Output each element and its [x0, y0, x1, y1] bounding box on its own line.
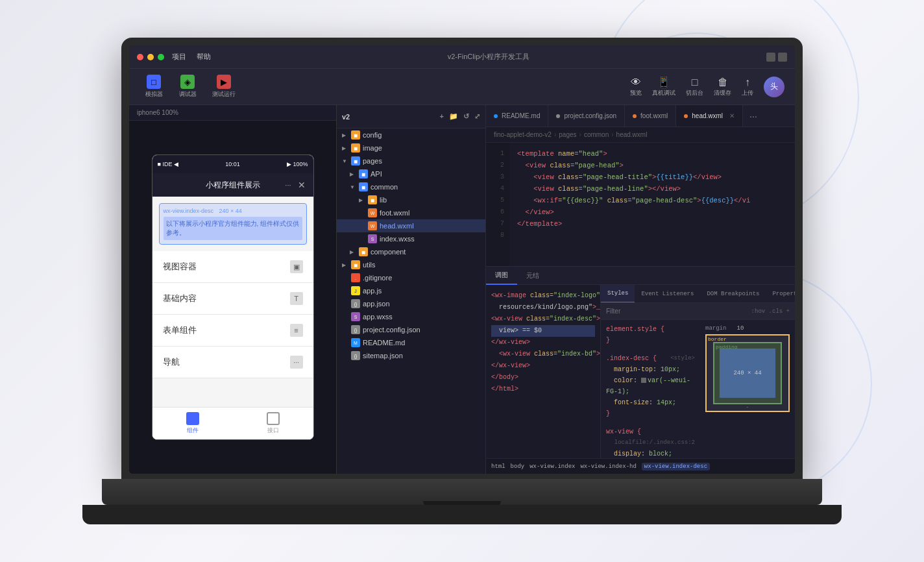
devtools-bc-wx-view-desc[interactable]: wx-view.index-desc	[642, 463, 710, 470]
simulator-screen: ■ IDE ◀ 10:01 ▶ 100% 小程序组件展示 ··· ✕	[129, 121, 336, 474]
devtools-tab-调试[interactable]: 调图	[486, 267, 517, 285]
tab-label: README.md	[502, 112, 540, 119]
list-item-icon: ···	[290, 356, 303, 369]
user-avatar[interactable]: 头	[764, 77, 784, 97]
collapse-icon[interactable]: ⤢	[474, 112, 480, 121]
minimize-button[interactable]	[147, 54, 154, 60]
test-button[interactable]: ▶ 测试运行	[207, 72, 241, 101]
devtools-bc-wx-view-index[interactable]: wx-view.index	[529, 463, 575, 470]
tree-arrow: ▶	[350, 249, 358, 255]
tab-readme[interactable]: README.md	[486, 105, 548, 127]
breadcrumb-item[interactable]: common	[584, 131, 609, 138]
upload-action[interactable]: ↑ 上传	[742, 77, 753, 97]
tree-label: API	[371, 170, 485, 178]
tree-item-utils[interactable]: ▶ ■ utils	[337, 258, 485, 271]
styles-tab-dom-breakpoints[interactable]: DOM Breakpoints	[700, 285, 766, 303]
list-item-basic-content[interactable]: 基础内容 T	[152, 283, 313, 315]
tree-item-config[interactable]: ▶ ■ config	[337, 128, 485, 141]
margin-label: border	[708, 336, 727, 342]
tab-more-button[interactable]: ···	[743, 111, 764, 121]
devtools-tab-bar: 调图 元结	[486, 267, 795, 285]
breadcrumb-item[interactable]: pages	[559, 131, 576, 138]
styles-filter-input[interactable]	[606, 308, 751, 315]
styles-tab-styles[interactable]: Styles	[601, 285, 635, 303]
maximize-button[interactable]	[158, 54, 164, 60]
menu-project[interactable]: 项目	[172, 52, 186, 62]
tree-item-app-js[interactable]: J app.js	[337, 284, 485, 297]
html-node: </body>	[491, 372, 595, 384]
list-item-nav[interactable]: 导航 ···	[152, 347, 313, 378]
real-device-action[interactable]: 📱 真机调试	[652, 76, 675, 97]
breadcrumb-item[interactable]: fino-applet-demo-v2	[494, 131, 552, 138]
phone-nav-api[interactable]: 接口	[267, 412, 280, 435]
wxml-file-icon: W	[368, 208, 377, 217]
breadcrumb-sep: ›	[554, 131, 556, 138]
tree-item-sitemap[interactable]: {} sitemap.json	[337, 349, 485, 362]
list-item-label: 表单组件	[163, 324, 197, 336]
tree-item-head-wxml[interactable]: W head.wxml	[337, 219, 485, 232]
tree-item-project-config[interactable]: {} project.config.json	[337, 323, 485, 336]
tree-item-gitignore[interactable]: . .gitignore	[337, 271, 485, 284]
styles-tab-event-listeners[interactable]: Event Listeners	[635, 285, 700, 303]
preview-action[interactable]: 👁 预览	[630, 77, 642, 97]
maximize-icon-btn[interactable]	[778, 53, 787, 62]
tab-project-config[interactable]: project.config.json	[548, 105, 625, 127]
clear-cache-action[interactable]: 🗑 清缓存	[714, 77, 731, 97]
devtools-bc-body[interactable]: body	[511, 463, 525, 470]
tree-item-image[interactable]: ▶ ■ image	[337, 141, 485, 154]
devtools-panel: 调图 元结 <wx-image class="index-logo" src=	[486, 266, 795, 474]
list-item-form[interactable]: 表单组件 ≡	[152, 315, 313, 347]
tree-item-api[interactable]: ▶ ■ API	[337, 167, 485, 180]
tab-close-icon[interactable]: ✕	[729, 112, 735, 119]
style-rule: .index-desc { <style> margin-top: 10px; …	[606, 353, 695, 419]
tab-foot-wxml[interactable]: foot.wxml	[625, 105, 676, 127]
tree-arrow: ▶	[342, 145, 350, 151]
new-file-icon[interactable]: +	[440, 112, 444, 121]
tree-item-lib[interactable]: ▶ ■ lib	[337, 193, 485, 206]
code-editor[interactable]: 12345678 <template name="head"> <view	[486, 143, 795, 474]
clear-cache-label: 清缓存	[714, 89, 731, 97]
devtools-bc-html[interactable]: html	[491, 463, 505, 470]
styles-tab-properties[interactable]: Properties	[766, 285, 795, 303]
tree-item-index-wxss[interactable]: S index.wxss	[337, 232, 485, 245]
tree-item-foot-wxml[interactable]: W foot.wxml	[337, 206, 485, 219]
tree-item-readme[interactable]: M README.md	[337, 336, 485, 349]
close-button[interactable]	[137, 54, 143, 60]
json-file-icon: {}	[351, 325, 360, 334]
menu-bar: 项目 帮助	[172, 52, 211, 62]
phone-close-icon[interactable]: ✕	[298, 180, 306, 190]
tree-item-component[interactable]: ▶ ■ component	[337, 245, 485, 258]
file-tree-root: v2	[342, 113, 350, 121]
breadcrumb-sep: ›	[611, 131, 613, 138]
tree-label: pages	[363, 157, 485, 165]
editor-panel: README.md project.config.json foot.wxml	[486, 105, 795, 474]
tree-item-common[interactable]: ▼ ■ common	[337, 180, 485, 193]
list-item-view-container[interactable]: 视图容器 ▣	[152, 251, 313, 283]
tree-item-app-json[interactable]: {} app.json	[337, 297, 485, 310]
main-toolbar: □ 模拟器 ◈ 调试器 ▶ 测试运行	[129, 69, 795, 105]
cut-action[interactable]: □ 切后台	[686, 77, 703, 97]
refresh-icon[interactable]: ↺	[463, 112, 469, 121]
tree-label: sitemap.json	[363, 352, 485, 360]
phone-expand-icon[interactable]: ···	[285, 181, 291, 189]
phone-status-bar: ■ IDE ◀ 10:01 ▶ 100%	[152, 155, 313, 173]
phone-content: wx-view.index-desc 240 × 44 以下将展示小程序官方组件…	[152, 197, 313, 407]
minimize-icon-btn[interactable]	[766, 53, 775, 62]
phone-nav-component[interactable]: 组件	[186, 412, 199, 435]
tree-item-app-wxss[interactable]: S app.wxss	[337, 310, 485, 323]
simulate-button[interactable]: □ 模拟器	[140, 72, 168, 101]
devtools-bc-wx-view-hd[interactable]: wx-view.index-hd	[580, 463, 636, 470]
code-line: <template name="head">	[517, 148, 787, 160]
styles-content: :hov .cls + element.style { }	[601, 303, 795, 458]
styles-body: element.style { } .index-desc { <st	[601, 320, 795, 458]
menu-help[interactable]: 帮助	[197, 52, 211, 62]
devtools-tab-元素[interactable]: 元结	[517, 267, 548, 285]
tree-item-pages[interactable]: ▼ ■ pages	[337, 154, 485, 167]
tab-head-wxml[interactable]: head.wxml ✕	[676, 105, 743, 127]
code-content[interactable]: <template name="head"> <view class="page…	[509, 143, 795, 266]
breadcrumb-item[interactable]: head.wxml	[616, 131, 648, 138]
pseudo-hint[interactable]: :hov .cls +	[751, 308, 790, 315]
new-folder-icon[interactable]: 📁	[449, 112, 458, 121]
clear-cache-icon: 🗑	[718, 77, 728, 88]
debug-button[interactable]: ◈ 调试器	[173, 72, 202, 101]
